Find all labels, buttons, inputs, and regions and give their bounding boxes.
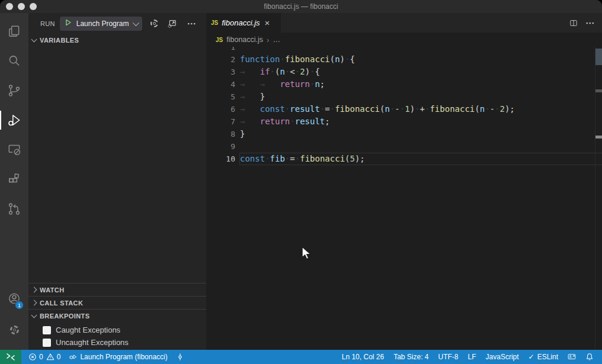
- section-call-stack[interactable]: CALL STACK: [28, 296, 206, 309]
- editor-more-actions-button[interactable]: ⋯: [585, 18, 595, 28]
- code-text: →→return·n;: [240, 78, 602, 91]
- line-number[interactable]: 8: [206, 128, 235, 140]
- breakpoint-uncaught-exceptions[interactable]: Uncaught Exceptions: [28, 336, 206, 349]
- remote-explorer-icon: [7, 142, 22, 157]
- code-editor[interactable]: 12function·fibonacci(n)·{3→if·(n·<·2)·{4…: [206, 47, 602, 350]
- run-toolbar: RUN Launch Program ⋯: [28, 13, 206, 34]
- debug-status-label: Launch Program (fibonacci): [80, 353, 167, 361]
- eslint-label: ESLint: [537, 353, 558, 361]
- cursor-position-status[interactable]: Ln 10, Col 26: [342, 350, 384, 364]
- code-line-8[interactable]: 8}: [206, 128, 602, 140]
- breadcrumb-symbol[interactable]: …: [273, 36, 280, 44]
- line-number[interactable]: 9: [206, 140, 235, 153]
- account-badge: 1: [15, 301, 24, 310]
- line-number[interactable]: 7: [206, 115, 235, 128]
- sidebar-item-extensions[interactable]: [0, 165, 28, 194]
- line-number[interactable]: 10: [206, 153, 235, 165]
- javascript-file-icon: JS: [216, 37, 223, 43]
- language-status[interactable]: JavaScript: [486, 350, 519, 364]
- breakpoints-header-label: BREAKPOINTS: [40, 313, 89, 320]
- files-icon: [7, 24, 22, 39]
- code-line-7[interactable]: 7→return·result;: [206, 115, 602, 128]
- remote-icon: [5, 353, 16, 361]
- tab-bar: JS fibonacci.js × ⋯: [206, 13, 602, 33]
- code-text: →}: [240, 91, 602, 103]
- section-variables[interactable]: VARIABLES: [28, 34, 206, 47]
- code-line-10[interactable]: 10const·fib·=·fibonacci(5);: [206, 153, 602, 165]
- code-line-3[interactable]: 3→if·(n·<·2)·{: [206, 66, 602, 78]
- section-watch[interactable]: WATCH: [28, 283, 206, 296]
- code-line-1[interactable]: 1: [206, 47, 602, 53]
- section-breakpoints[interactable]: BREAKPOINTS: [28, 309, 206, 322]
- code-line-5[interactable]: 5→}: [206, 91, 602, 103]
- eslint-status[interactable]: ✓ ESLint: [529, 350, 558, 364]
- feedback-button[interactable]: [568, 350, 576, 364]
- encoding-status[interactable]: UTF-8: [438, 350, 459, 364]
- tab-fibonacci-js[interactable]: JS fibonacci.js ×: [206, 13, 281, 33]
- split-editor-button[interactable]: [569, 18, 578, 28]
- line-number[interactable]: 5: [206, 91, 235, 103]
- code-text: }: [240, 128, 602, 140]
- bell-icon: [585, 353, 594, 361]
- gear-icon: [10, 326, 19, 334]
- breadcrumb[interactable]: JS fibonacci.js › …: [206, 33, 602, 47]
- tab-size-status[interactable]: Tab Size: 4: [393, 350, 428, 364]
- sidebar-item-explorer[interactable]: [0, 17, 28, 46]
- sidebar-item-run-and-debug[interactable]: [0, 105, 28, 135]
- code-line-9[interactable]: 9: [206, 140, 602, 153]
- accounts-button[interactable]: 1: [0, 284, 28, 314]
- more-actions-button[interactable]: ⋯: [187, 18, 196, 29]
- remote-indicator[interactable]: [0, 350, 21, 364]
- configure-launch-button[interactable]: [150, 20, 158, 27]
- checkbox-unchecked[interactable]: [43, 326, 51, 334]
- error-icon: [28, 353, 37, 361]
- extensions-icon: [7, 172, 22, 187]
- variables-body: [28, 47, 206, 283]
- debug-console-button[interactable]: [166, 18, 177, 29]
- start-debug-icon[interactable]: [64, 18, 72, 29]
- line-number[interactable]: 2: [206, 53, 235, 66]
- checkbox-unchecked[interactable]: [43, 339, 51, 347]
- debug-status[interactable]: Launch Program (fibonacci): [69, 350, 167, 364]
- line-number[interactable]: 1: [206, 47, 235, 53]
- code-line-4[interactable]: 4→→return·n;: [206, 78, 602, 91]
- sidebar-item-pull-requests[interactable]: [0, 194, 28, 224]
- commit-status[interactable]: [176, 350, 184, 364]
- title-bar: fibonacci.js — fibonacci: [0, 0, 602, 13]
- code-line-2[interactable]: 2function·fibonacci(n)·{: [206, 53, 602, 66]
- code-line-6[interactable]: 6→const·result·=·fibonacci(n·-·1)·+·fibo…: [206, 103, 602, 115]
- split-editor-icon: [569, 18, 578, 28]
- line-number[interactable]: 3: [206, 66, 235, 78]
- sidebar-item-remote-explorer[interactable]: [0, 135, 28, 165]
- sidebar-item-source-control[interactable]: [0, 76, 28, 105]
- launch-config-dropdown[interactable]: Launch Program: [60, 17, 143, 31]
- watch-header-label: WATCH: [40, 286, 65, 294]
- chevron-down-icon: [31, 37, 37, 43]
- code-text: function·fibonacci(n)·{: [240, 53, 602, 66]
- code-lines: 12function·fibonacci(n)·{3→if·(n·<·2)·{4…: [206, 47, 602, 165]
- launch-config-label: Launch Program: [76, 20, 129, 28]
- javascript-file-icon: JS: [211, 20, 218, 26]
- breadcrumb-separator-icon: ›: [267, 36, 269, 44]
- run-debug-sidebar: RUN Launch Program ⋯ VARIABLES: [28, 13, 206, 350]
- breakpoint-label: Caught Exceptions: [56, 326, 120, 334]
- problems-status[interactable]: 0 0: [28, 350, 60, 364]
- search-icon: [7, 53, 22, 69]
- manage-button[interactable]: [0, 314, 28, 345]
- close-tab-icon[interactable]: ×: [265, 18, 270, 27]
- activity-bar: 1: [0, 13, 28, 350]
- chevron-right-icon: [31, 300, 37, 306]
- line-number[interactable]: 4: [206, 78, 235, 91]
- source-control-icon: [7, 83, 22, 98]
- eol-status[interactable]: LF: [468, 350, 476, 364]
- breakpoint-caught-exceptions[interactable]: Caught Exceptions: [28, 324, 206, 336]
- vscode-window: fibonacci.js — fibonacci: [0, 0, 602, 364]
- line-number[interactable]: 6: [206, 103, 235, 115]
- notifications-button[interactable]: [585, 350, 594, 364]
- code-text: →return·result;: [240, 115, 602, 128]
- sidebar-item-search[interactable]: [0, 46, 28, 76]
- variables-header-label: VARIABLES: [40, 37, 79, 44]
- breadcrumb-file[interactable]: fibonacci.js: [226, 36, 263, 44]
- debug-console-icon: [166, 18, 177, 29]
- call-stack-header-label: CALL STACK: [40, 299, 83, 307]
